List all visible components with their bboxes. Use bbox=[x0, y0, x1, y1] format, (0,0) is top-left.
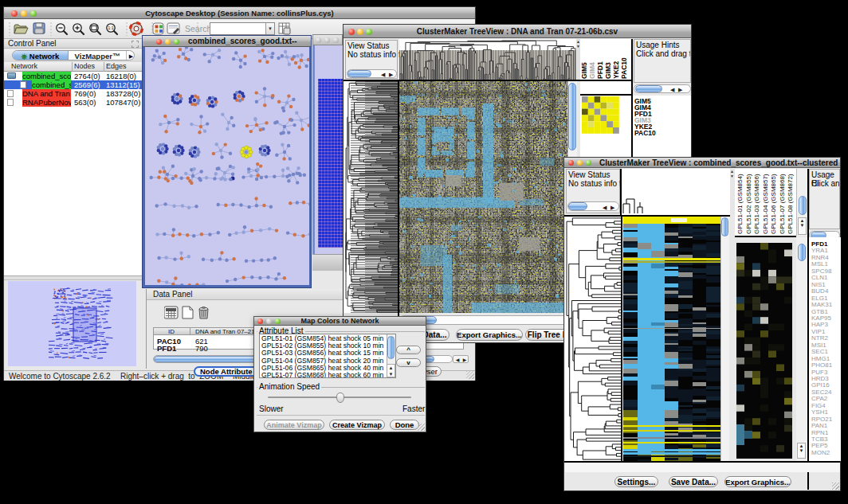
svg-text:YKE2: YKE2 bbox=[612, 61, 620, 79]
svg-text:1:1: 1:1 bbox=[108, 25, 114, 30]
svg-text:GPL51-03 (GSM856): GPL51-03 (GSM856) bbox=[753, 174, 760, 234]
svg-text:PAC10: PAC10 bbox=[620, 57, 628, 79]
svg-text:GIM4: GIM4 bbox=[588, 62, 596, 79]
svg-text:GIM3: GIM3 bbox=[604, 62, 612, 79]
svg-text:GPL51-01 (GSM854): GPL51-01 (GSM854) bbox=[736, 174, 744, 234]
svg-text:GPL51-07 (GSM868): GPL51-07 (GSM868) bbox=[779, 174, 786, 234]
svg-text:GPL51-08 (GSM872): GPL51-08 (GSM872) bbox=[787, 174, 794, 234]
svg-text:GIM5: GIM5 bbox=[580, 62, 588, 79]
svg-text:GPL51-06 (GSM865): GPL51-06 (GSM865) bbox=[770, 174, 777, 234]
svg-text:PFD1: PFD1 bbox=[596, 61, 604, 79]
svg-text:GPL51-04 (GSM857): GPL51-04 (GSM857) bbox=[762, 174, 769, 234]
svg-text:GPL51-02 (GSM855): GPL51-02 (GSM855) bbox=[745, 174, 752, 234]
